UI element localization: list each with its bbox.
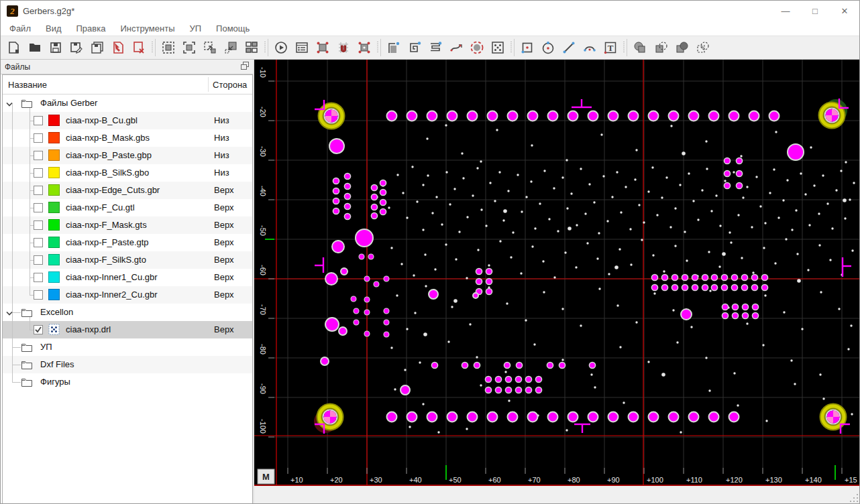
layer-visibility-checkbox[interactable] <box>34 290 43 300</box>
layer-visibility-checkbox[interactable] <box>34 273 43 282</box>
menu-item-2[interactable]: Вид <box>38 22 69 35</box>
tree-guide <box>12 234 13 251</box>
tree-file-ciaa-nxp-b-paste-gbp[interactable]: ciaa-nxp-B_Paste.gbpНиз <box>3 147 252 164</box>
shape-union-button[interactable] <box>629 38 650 58</box>
pcb-canvas[interactable]: -10-20-30-40-50-60-70-80-90-100+10+20+30… <box>254 60 860 504</box>
file-name: ciaa-nxp-F_Mask.gts <box>66 220 147 230</box>
close-file-button[interactable] <box>128 38 149 58</box>
x-ruler-label: +140 <box>805 476 822 484</box>
tree-file-ciaa-nxp-edge-cuts-gbr[interactable]: ciaa-nxp-Edge_Cuts.gbrВерх <box>3 182 252 199</box>
layer-color-swatch[interactable] <box>48 149 60 161</box>
layer-color-swatch[interactable] <box>48 219 60 231</box>
tree-folder-уп[interactable]: УП <box>3 338 252 356</box>
spiral-fill-button[interactable] <box>404 38 425 58</box>
tree-file-ciaa-nxp-inner1-cu-gbr[interactable]: ciaa-nxp-Inner1_Cu.gbrВерх <box>3 269 252 286</box>
menu-item-4[interactable]: Инструменты <box>113 22 182 35</box>
layer-visibility-checkbox[interactable] <box>34 238 43 247</box>
layer-color-swatch[interactable] <box>48 202 60 213</box>
drill-points-button[interactable] <box>487 38 508 58</box>
close-button[interactable]: ✕ <box>830 1 859 21</box>
arc-tool-button[interactable] <box>579 38 600 58</box>
tree-file-ciaa-nxp-f-silks-gto[interactable]: ciaa-nxp-F_SilkS.gtoВерх <box>3 251 252 269</box>
text-tool-button[interactable]: T <box>600 38 621 58</box>
zoom-fit-frame-button[interactable] <box>178 38 199 58</box>
layer-color-swatch[interactable] <box>48 237 60 248</box>
y-ruler-label: -40 <box>259 186 267 196</box>
tree-folder-фигуры[interactable]: Фигуры <box>3 373 252 391</box>
run-job-button[interactable] <box>270 38 291 58</box>
menu-item-6[interactable]: Помощь <box>209 22 257 35</box>
menu-item-5[interactable]: УП <box>182 22 209 35</box>
layer-color-swatch[interactable] <box>48 115 60 126</box>
save-file-as-button[interactable] <box>66 38 87 58</box>
toolbar: T <box>1 36 859 60</box>
layer-visibility-checkbox[interactable] <box>34 325 43 334</box>
tree-file-ciaa-nxp-b-silks-gbo[interactable]: ciaa-nxp-B_SilkS.gboНиз <box>3 164 252 182</box>
chevron-down-icon[interactable] <box>5 309 13 316</box>
file-name: ciaa-nxp-F_SilkS.gto <box>66 255 146 265</box>
tile-windows-button[interactable] <box>241 38 262 58</box>
layer-visibility-checkbox[interactable] <box>34 220 43 230</box>
pad-rectangle-button[interactable] <box>517 38 537 58</box>
shape-xor-button[interactable] <box>692 38 712 58</box>
column-name[interactable]: Название <box>8 80 47 90</box>
layer-color-swatch[interactable] <box>48 289 60 300</box>
maximize-button[interactable]: □ <box>800 1 830 21</box>
layer-visibility-checkbox[interactable] <box>34 203 43 212</box>
zoom-previous-button[interactable] <box>220 38 241 58</box>
import-file-button[interactable] <box>107 38 128 58</box>
area-restrict-button[interactable] <box>466 38 487 58</box>
layer-color-swatch[interactable] <box>48 132 60 143</box>
layer-visibility-checkbox[interactable] <box>34 255 43 265</box>
serpentine-fill-button[interactable] <box>425 38 445 58</box>
layer-color-swatch[interactable] <box>48 184 60 196</box>
chevron-down-icon[interactable] <box>5 100 13 107</box>
snap-to-grid-button[interactable] <box>333 38 354 58</box>
layer-visibility-checkbox[interactable] <box>34 116 43 125</box>
tree-file-ciaa-nxp-inner2-cu-gbr[interactable]: ciaa-nxp-Inner2_Cu.gbrВерх <box>3 286 252 304</box>
drill-view-svg[interactable]: -10-20-30-40-50-60-70-80-90-100+10+20+30… <box>254 60 860 504</box>
shape-intersect-button[interactable] <box>671 38 692 58</box>
shape-subtract-button[interactable] <box>650 38 671 58</box>
layer-visibility-checkbox[interactable] <box>34 151 43 160</box>
layer-color-swatch[interactable] <box>48 167 60 178</box>
path-order-button[interactable] <box>445 38 466 58</box>
line-tool-button[interactable] <box>558 38 579 58</box>
open-file-button[interactable] <box>24 38 45 58</box>
layer-visibility-checkbox[interactable] <box>34 186 43 195</box>
toolbar-separator <box>376 39 381 56</box>
file-name: ciaa-nxp-F_Paste.gtp <box>66 237 149 247</box>
tree-folder-excellon[interactable]: Excellon <box>3 304 252 321</box>
job-options-button[interactable] <box>291 38 312 58</box>
tree-folder-файлы-gerber[interactable]: Файлы Gerber <box>3 94 252 112</box>
y-cursor-tick <box>265 239 274 240</box>
zoom-fit-all-button[interactable] <box>158 38 178 58</box>
menu-item-3[interactable]: Правка <box>69 22 113 35</box>
save-all-button[interactable] <box>87 38 107 58</box>
tree-file-ciaa-nxp-drl[interactable]: ciaa-nxp.drlВерх <box>3 321 252 338</box>
tree-file-ciaa-nxp-f-mask-gts[interactable]: ciaa-nxp-F_Mask.gtsВерх <box>3 216 252 234</box>
zoom-selection-button[interactable] <box>199 38 220 58</box>
layer-color-swatch[interactable] <box>48 254 60 265</box>
selection-handles-button[interactable] <box>312 38 333 58</box>
layer-color-swatch[interactable] <box>48 271 60 283</box>
transform-handles-button[interactable] <box>354 38 374 58</box>
save-file-button[interactable] <box>45 38 66 58</box>
y-ruler-label: -50 <box>259 225 267 236</box>
title-bar: 2 Gerbers.g2g* — □ ✕ <box>1 1 859 21</box>
minimize-button[interactable]: — <box>771 1 800 21</box>
tree-file-ciaa-nxp-b-mask-gbs[interactable]: ciaa-nxp-B_Mask.gbsНиз <box>3 129 252 147</box>
layer-visibility-checkbox[interactable] <box>34 133 43 143</box>
units-button[interactable]: M <box>258 469 274 484</box>
column-side[interactable]: Сторона <box>213 80 247 90</box>
layer-visibility-checkbox[interactable] <box>34 168 43 178</box>
pad-circle-button[interactable] <box>537 38 558 58</box>
float-panel-icon[interactable] <box>241 62 249 72</box>
menu-item-1[interactable]: Файл <box>2 22 38 35</box>
tree-file-ciaa-nxp-b-cu-gbl[interactable]: ciaa-nxp-B_Cu.gblНиз <box>3 112 252 129</box>
contour-tool-button[interactable] <box>383 38 404 58</box>
tree-folder-dxf-files[interactable]: Dxf Files <box>3 356 252 373</box>
new-file-button[interactable] <box>3 38 24 58</box>
tree-file-ciaa-nxp-f-cu-gtl[interactable]: ciaa-nxp-F_Cu.gtlВерх <box>3 199 252 216</box>
tree-file-ciaa-nxp-f-paste-gtp[interactable]: ciaa-nxp-F_Paste.gtpВерх <box>3 234 252 251</box>
